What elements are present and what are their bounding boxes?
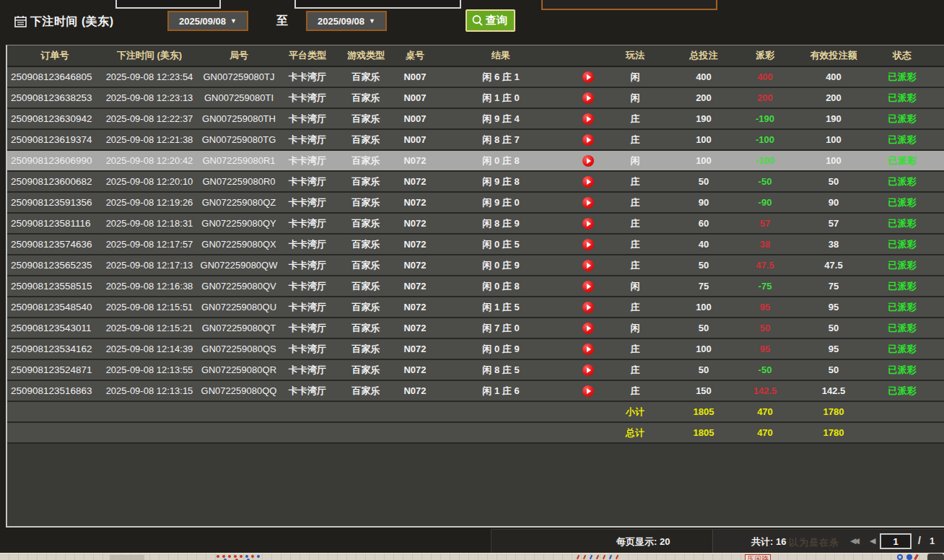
cell-result: 闲 8 庄 5: [432, 360, 570, 380]
play-video-icon[interactable]: [582, 134, 594, 146]
caret-down-icon: ▼: [230, 18, 237, 25]
table-row[interactable]: 2509081235811162025-09-08 12:18:31GN0722…: [7, 214, 944, 235]
cell-bet-time: 2025-09-08 12:15:51: [102, 297, 196, 317]
cell-result: 闲 6 庄 1: [432, 67, 570, 87]
page-number-input[interactable]: [880, 533, 912, 549]
table-row[interactable]: 2509081235485402025-09-08 12:15:51GN0722…: [7, 297, 944, 318]
cell-payout: -50: [743, 360, 787, 380]
cell-payout: 38: [743, 235, 787, 254]
cell-empty: [924, 318, 944, 338]
cell-table-no: N072: [398, 235, 432, 254]
play-video-icon[interactable]: [582, 344, 594, 355]
table-row[interactable]: 2509081235746362025-09-08 12:17:57GN0722…: [7, 235, 944, 255]
table-row[interactable]: 2509081236468052025-09-08 12:23:54GN0072…: [7, 67, 944, 88]
cell-table-no: N007: [398, 88, 432, 108]
cell-platform-type: 卡卡湾厅: [281, 130, 333, 149]
play-video-icon[interactable]: [582, 302, 594, 313]
first-page-button[interactable]: ◀◀: [850, 535, 857, 546]
background-blob: [927, 554, 944, 560]
play-video-icon[interactable]: [582, 197, 594, 209]
date-from-picker[interactable]: 2025/09/08 ▼: [167, 11, 248, 31]
roadmap-mark: [609, 555, 612, 559]
table-row[interactable]: 2509081236069902025-09-08 12:20:42GN0722…: [7, 151, 944, 172]
play-video-icon[interactable]: [582, 71, 594, 83]
cell-bet-time: 2025-09-08 12:20:10: [102, 172, 196, 191]
cell-empty: [924, 360, 944, 380]
cell-order-id: 250908123558515: [7, 276, 102, 296]
play-video-icon[interactable]: [582, 323, 594, 334]
table-row[interactable]: 2509081235168632025-09-08 12:13:15GN0722…: [7, 381, 944, 402]
table-row[interactable]: 2509081236193742025-09-08 12:21:38GN0072…: [7, 130, 944, 151]
cell-valid-bet: 100: [787, 151, 880, 170]
cell-valid-bet: 142.5: [787, 381, 880, 401]
cell-valid-bet: 95: [787, 297, 880, 317]
cell-play-type: 闲: [606, 67, 664, 87]
play-video-icon[interactable]: [582, 92, 594, 104]
cell-valid-bet: 400: [787, 67, 880, 87]
cell-empty: [398, 402, 432, 421]
table-row[interactable]: 2509081235248712025-09-08 12:13:55GN0722…: [7, 360, 944, 381]
cell-bet-time: 2025-09-08 12:17:13: [102, 255, 196, 275]
cell-result: 闲 0 庄 8: [432, 151, 570, 170]
play-video-icon[interactable]: [582, 113, 594, 125]
cell-order-id: 250908123646805: [7, 67, 102, 87]
prev-page-button[interactable]: ◀: [870, 535, 875, 546]
header-status: 状态: [880, 45, 924, 66]
cell-play-type: 庄: [606, 235, 664, 254]
header-order-id: 订单号: [7, 45, 102, 66]
cell-result: 闲 1 庄 6: [432, 381, 570, 401]
table-row[interactable]: 2509081235585152025-09-08 12:16:38GN0722…: [7, 276, 944, 297]
subtotal-row-payout: 470: [743, 402, 787, 421]
cell-table-no: N007: [398, 67, 432, 87]
blue-dot-icon: [906, 554, 912, 560]
cell-round-id: GN072259080QZ: [196, 193, 281, 212]
cell-bet-time: 2025-09-08 12:13:15: [102, 381, 196, 401]
play-video-icon[interactable]: [582, 176, 594, 188]
cell-empty: [924, 214, 944, 233]
cell-valid-bet: 50: [787, 360, 880, 380]
cell-play-type: 闲: [606, 276, 664, 296]
table-row[interactable]: 2509081236309422025-09-08 12:22:37GN0072…: [7, 109, 944, 130]
header-valid-bet: 有效投注额: [787, 45, 880, 66]
cell-round-id: GN072259080QV: [196, 276, 281, 296]
table-row[interactable]: 2509081235913562025-09-08 12:19:26GN0722…: [7, 193, 944, 214]
play-video-icon[interactable]: [582, 218, 594, 229]
table-row[interactable]: 2509081235341622025-09-08 12:14:39GN0722…: [7, 339, 944, 360]
play-video-icon[interactable]: [582, 155, 594, 167]
play-video-icon[interactable]: [582, 260, 594, 271]
cell-order-id: 250908123638253: [7, 88, 102, 108]
roadmap-dot: [222, 555, 225, 558]
cell-payout: -90: [743, 193, 787, 212]
cell-replay: [570, 193, 606, 212]
cell-empty: [281, 423, 333, 442]
cell-empty: [924, 67, 944, 87]
header-result: 结果: [432, 45, 570, 66]
subtotal-row: 小计18054701780: [7, 402, 944, 423]
cell-platform-type: 卡卡湾厅: [281, 255, 333, 275]
cell-result: 闲 1 庄 0: [432, 88, 570, 108]
cell-game-type: 百家乐: [333, 318, 398, 338]
table-header-row: 订单号下注时间 (美东)局号平台类型游戏类型桌号结果玩法总投注派彩有效投注额状态…: [7, 45, 944, 67]
cell-game-type: 百家乐: [333, 235, 398, 254]
cell-empty: [924, 88, 944, 108]
cell-platform-type: 卡卡湾厅: [281, 360, 333, 380]
cell-total-bet: 60: [664, 214, 743, 233]
cell-table-no: N072: [398, 255, 432, 275]
cell-payout: -75: [743, 276, 787, 296]
cell-game-type: 百家乐: [333, 109, 398, 128]
play-video-icon[interactable]: [582, 385, 594, 397]
query-button[interactable]: 查询: [466, 9, 515, 32]
total-row-bet: 1805: [664, 423, 743, 442]
table-row[interactable]: 2509081236006822025-09-08 12:20:10GN0722…: [7, 172, 944, 193]
play-video-icon[interactable]: [582, 239, 594, 250]
play-video-icon[interactable]: [582, 281, 594, 292]
table-row[interactable]: 2509081236382532025-09-08 12:23:13GN0072…: [7, 88, 944, 109]
table-row[interactable]: 2509081235652352025-09-08 12:17:13GN0722…: [7, 255, 944, 276]
date-to-picker[interactable]: 2025/09/08 ▼: [306, 11, 387, 31]
cell-game-type: 百家乐: [333, 297, 398, 317]
play-video-icon[interactable]: [582, 364, 594, 376]
cell-order-id: 250908123600682: [7, 172, 102, 191]
table-row[interactable]: 2509081235430112025-09-08 12:15:21GN0722…: [7, 318, 944, 339]
cell-replay: [570, 88, 606, 108]
cell-payout: 47.5: [743, 255, 787, 275]
